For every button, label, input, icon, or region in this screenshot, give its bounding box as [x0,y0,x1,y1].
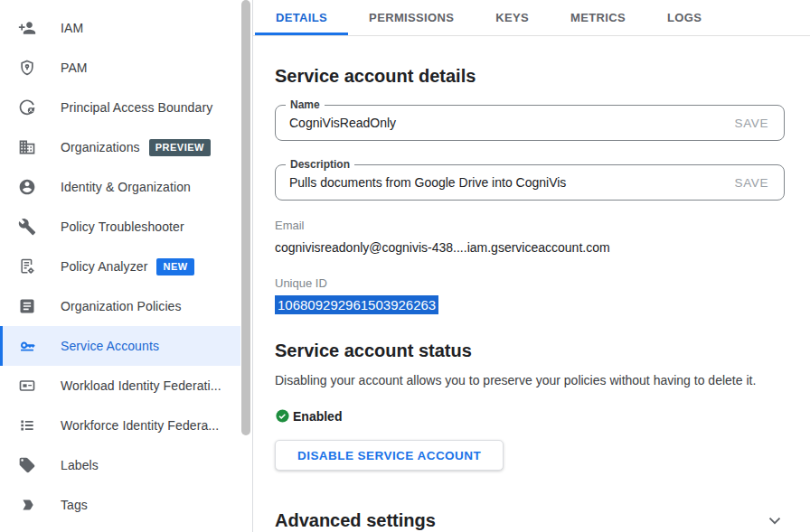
unique-id-row: 106809292961503926263 [275,295,785,314]
sidebar-item-principal-access-boundary[interactable]: Principal Access Boundary [0,88,240,127]
sidebar-item-label: Labels [61,458,99,472]
advanced-settings-expander[interactable]: Advanced settings [275,509,785,531]
status-section-title: Service account status [275,340,785,361]
domain-icon [18,138,36,156]
sidebar-item-label: Identity & Organization [61,180,191,194]
sidebar-item-label: Policy Analyzer [61,259,147,274]
service-account-key-icon [18,337,36,355]
sidebar-item-policy-analyzer[interactable]: Policy Analyzer NEW [0,247,240,286]
tab-logs[interactable]: LOGS [646,0,722,35]
sidebar: IAM PAM Principal Access Boundary Organi… [0,0,253,532]
wrench-icon [18,218,36,236]
boundary-icon [18,98,36,117]
status-description: Disabling your account allows you to pre… [275,373,785,387]
description-save-button[interactable]: SAVE [720,176,784,190]
list-icon [18,416,36,434]
details-content: Service account details Name SAVE Descri… [253,36,810,532]
sidebar-item-labels[interactable]: Labels [0,445,240,485]
sidebar-item-label: Organization Policies [61,299,182,313]
sidebar-item-label: Organizations [61,140,140,154]
tag-icon [18,456,36,474]
sidebar-item-iam[interactable]: IAM [0,8,240,48]
doc-gear-icon [18,257,36,275]
sidebar-item-policy-troubleshooter[interactable]: Policy Troubleshooter [0,207,240,247]
sidebar-item-label: IAM [61,21,83,35]
name-field-label: Name [286,98,325,112]
unique-id-label: Unique ID [275,276,785,290]
email-label: Email [275,219,785,232]
sidebar-item-tags[interactable]: Tags [0,485,240,525]
tab-details[interactable]: DETAILS [255,0,348,35]
sidebar-item-label: Workforce Identity Federa... [61,418,219,433]
sidebar-item-identity-organization[interactable]: Identity & Organization [0,167,240,207]
sidebar-item-workload-identity-federation[interactable]: Workload Identity Federati... [0,366,240,406]
sidebar-item-organizations[interactable]: Organizations PREVIEW [0,127,240,167]
sidebar-item-label: Tags [61,498,88,512]
sidebar-item-pam[interactable]: PAM [0,48,240,88]
card-icon [18,377,36,395]
sidebar-item-label: Workload Identity Federati... [61,378,221,393]
description-field-label: Description [286,158,354,172]
tab-bar: DETAILS PERMISSIONS KEYS METRICS LOGS [253,0,810,36]
description-field: Description SAVE [275,164,785,201]
page-title: Service account details [275,65,785,87]
account-circle-icon [18,178,36,196]
person-add-icon [18,19,36,37]
article-icon [18,297,36,315]
arrow-tag-icon [18,496,36,514]
unique-id-value: 106809292961503926263 [275,295,438,314]
sidebar-item-label: Policy Troubleshooter [61,219,184,234]
tab-keys[interactable]: KEYS [475,0,550,35]
chevron-down-icon[interactable] [765,510,785,530]
status-state-label: Enabled [293,409,342,424]
main-panel: DETAILS PERMISSIONS KEYS METRICS LOGS Se… [253,0,810,532]
name-input[interactable] [276,116,720,130]
advanced-settings-title: Advanced settings [275,509,436,531]
shield-icon [18,59,36,77]
sidebar-item-workforce-identity-federation[interactable]: Workforce Identity Federa... [0,406,240,445]
new-badge: NEW [156,258,193,275]
sidebar-item-label: PAM [61,61,88,75]
sidebar-scrollbar[interactable] [241,0,250,435]
tab-permissions[interactable]: PERMISSIONS [348,0,475,35]
check-circle-icon [275,408,290,424]
sidebar-item-label: Service Accounts [61,339,159,353]
sidebar-item-label: Principal Access Boundary [61,100,212,115]
sidebar-item-service-accounts[interactable]: Service Accounts [0,326,240,366]
tab-metrics[interactable]: METRICS [550,0,646,35]
sidebar-item-organization-policies[interactable]: Organization Policies [0,286,240,326]
email-value: cognivisreadonly@cognivis-438....iam.gse… [275,240,785,255]
name-save-button[interactable]: SAVE [720,117,784,130]
status-badge: Enabled [275,408,785,424]
description-input[interactable] [276,175,720,190]
name-field: Name SAVE [275,105,785,141]
disable-service-account-button[interactable]: DISABLE SERVICE ACCOUNT [275,440,504,471]
preview-badge: PREVIEW [149,139,211,156]
